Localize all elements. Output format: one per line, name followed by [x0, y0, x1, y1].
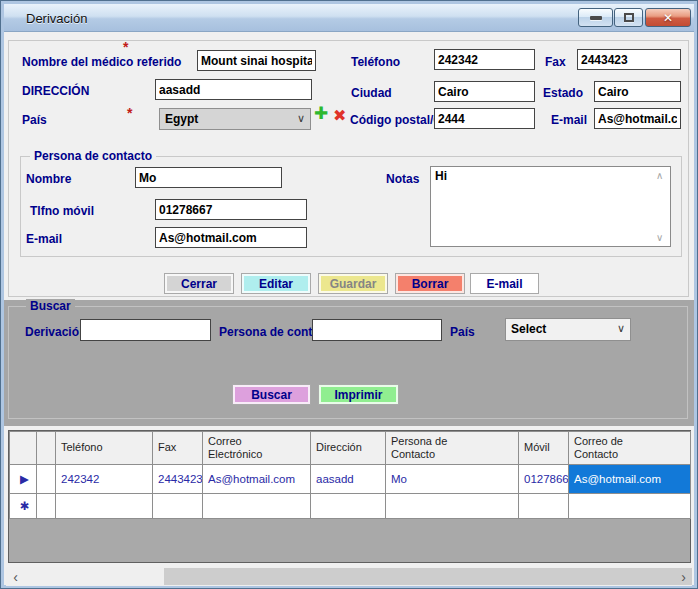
scroll-up-icon[interactable]: ∧ [656, 170, 663, 181]
required-icon: * [127, 108, 132, 118]
phone-label: Teléfono [351, 55, 400, 69]
search-country-value: Select [511, 322, 546, 336]
email-input[interactable] [594, 108, 681, 129]
contact-email-label: E-mail [26, 232, 62, 246]
city-input[interactable] [434, 81, 535, 102]
contact-mobile-label: Tlfno móvil [30, 204, 94, 218]
table-row-new: ✱ [10, 494, 691, 519]
phone-input[interactable] [434, 49, 535, 70]
save-button[interactable]: Guardar [318, 273, 388, 294]
grid-cell-fax[interactable]: 2443423 [153, 465, 203, 494]
required-icon: * [123, 42, 128, 52]
postal-code-input[interactable] [434, 108, 535, 129]
grid-header-direccion[interactable]: Dirección [311, 432, 386, 465]
notes-scrollbar[interactable]: ∧ ∨ [653, 167, 670, 246]
city-label: Ciudad [351, 86, 392, 100]
grid-cell-telefono[interactable]: 242342 [56, 465, 153, 494]
grid-cell[interactable] [519, 494, 569, 519]
search-country-select[interactable]: Select ∨ [505, 318, 631, 341]
new-row-marker-icon[interactable]: ✱ [10, 494, 37, 519]
grid-cell[interactable] [56, 494, 153, 519]
search-button[interactable]: Buscar [232, 384, 311, 405]
title-bar: Derivación ✕ [4, 4, 694, 32]
email-label: E-mail [551, 113, 587, 127]
grid-cell[interactable] [37, 465, 56, 494]
country-select[interactable]: Egypt ∨ [159, 108, 311, 130]
search-referral-input[interactable] [80, 319, 211, 341]
table-row: ▶ 242342 2443423 As@hotmail.com aasadd M… [10, 465, 691, 494]
referred-doctor-input[interactable] [197, 50, 316, 71]
scroll-left-icon[interactable]: ‹ [7, 567, 24, 586]
state-input[interactable] [594, 81, 681, 102]
window-title: Derivación [26, 11, 87, 26]
email-button[interactable]: E-mail [470, 273, 539, 294]
chevron-down-icon: ∨ [297, 112, 305, 125]
horizontal-scrollbar[interactable]: ‹ › [6, 567, 692, 586]
search-referral-label: Derivació [25, 325, 79, 339]
close-button[interactable]: ✕ [645, 8, 691, 27]
derivacion-window: Derivación ✕ * Nombre del médico referid… [0, 0, 698, 589]
grid-header-telefono[interactable]: Teléfono [56, 432, 153, 465]
fax-input[interactable] [577, 49, 681, 70]
grid-header-correo-electronico[interactable]: Correo Electrónico [203, 432, 311, 465]
search-country-label: País [450, 325, 475, 339]
grid-header-blank [37, 432, 56, 465]
grid-cell-direccion[interactable]: aasadd [311, 465, 386, 494]
chevron-down-icon: ∨ [617, 322, 625, 335]
current-row-marker-icon[interactable]: ▶ [10, 465, 37, 494]
grid-cell-correo-contacto-selected[interactable]: As@hotmail.com [569, 465, 691, 494]
scroll-right-icon[interactable]: › [675, 567, 692, 586]
scrollbar-thumb[interactable] [164, 568, 692, 585]
notes-label: Notas [386, 172, 419, 186]
address-label: DIRECCIÓN [22, 84, 89, 98]
remove-country-icon[interactable]: ✖ [333, 108, 346, 124]
maximize-button[interactable] [614, 8, 643, 27]
edit-button[interactable]: Editar [241, 273, 311, 294]
notes-textarea[interactable]: Hi ∧ ∨ [430, 166, 671, 247]
contact-email-input[interactable] [155, 227, 307, 248]
grid-header-movil[interactable]: Móvil [519, 432, 569, 465]
grid-header-row: Teléfono Fax Correo Electrónico Direcció… [10, 432, 691, 465]
grid-cell[interactable] [569, 494, 691, 519]
postal-code-label: Código postal/C [350, 113, 442, 127]
grid-cell-movil[interactable]: 01278667 [519, 465, 569, 494]
fax-label: Fax [545, 55, 566, 69]
grid-header-rowmarker [10, 432, 37, 465]
state-label: Estado [543, 86, 583, 100]
grid-cell-correo[interactable]: As@hotmail.com [203, 465, 311, 494]
add-country-icon[interactable]: ✚ [314, 106, 328, 122]
grid-header-fax[interactable]: Fax [153, 432, 203, 465]
contact-name-label: Nombre [26, 172, 71, 186]
close-icon: ✕ [663, 11, 673, 25]
grid-cell[interactable] [386, 494, 519, 519]
delete-button[interactable]: Borrar [395, 273, 465, 294]
grid-cell[interactable] [311, 494, 386, 519]
minimize-button[interactable] [578, 8, 613, 27]
referred-doctor-label: Nombre del médico referido [22, 55, 181, 69]
grid-cell[interactable] [153, 494, 203, 519]
print-button[interactable]: Imprimir [318, 384, 399, 405]
notes-value: Hi [435, 169, 447, 183]
contact-group-title: Persona de contacto [30, 149, 156, 163]
country-select-value: Egypt [165, 112, 198, 126]
grid-header-correo-de-contacto[interactable]: Correo de Contacto [569, 432, 691, 465]
search-group-title: Buscar [26, 299, 75, 313]
grid-cell-persona[interactable]: Mo [386, 465, 519, 494]
grid-cell[interactable] [203, 494, 311, 519]
scroll-down-icon[interactable]: ∨ [656, 232, 663, 243]
results-grid: Teléfono Fax Correo Electrónico Direcció… [8, 430, 691, 563]
grid-header-persona-de-contacto[interactable]: Persona de Contacto [386, 432, 519, 465]
country-label: País [22, 113, 47, 127]
contact-mobile-input[interactable] [155, 199, 307, 220]
close-form-button[interactable]: Cerrar [164, 273, 234, 294]
maximize-icon [624, 13, 634, 22]
search-contact-label: Persona de conta [219, 325, 319, 339]
contact-name-input[interactable] [135, 167, 282, 188]
search-contact-input[interactable] [312, 319, 442, 341]
grid-cell[interactable] [37, 494, 56, 519]
minimize-icon [590, 16, 602, 20]
address-input[interactable] [155, 79, 312, 100]
